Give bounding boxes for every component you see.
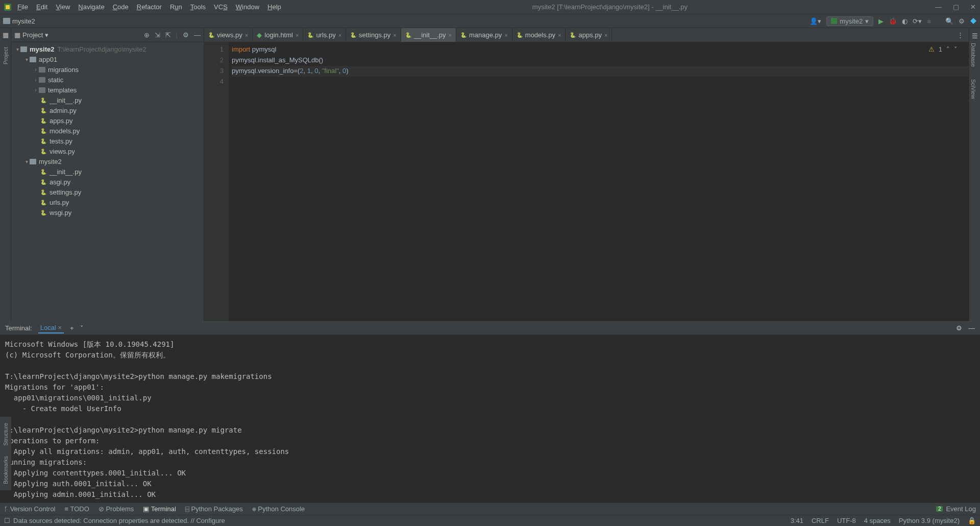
user-icon[interactable]: 👤▾ — [810, 17, 821, 25]
menu-file[interactable]: File — [14, 2, 32, 12]
tree-folder-mysite2[interactable]: ▾mysite2 — [11, 156, 204, 166]
menu-window[interactable]: Window — [232, 2, 263, 12]
tree-file[interactable]: 🐍apps.py — [11, 115, 204, 126]
tool-problems[interactable]: ⊘ Problems — [99, 505, 134, 513]
tree-folder-templates[interactable]: ›templates — [11, 85, 204, 95]
stop-button[interactable]: ■ — [927, 17, 931, 25]
tool-todo[interactable]: ≡ TODO — [65, 505, 89, 513]
menu-refactor[interactable]: Refactor — [133, 2, 165, 12]
run-config-selector[interactable]: mysite2 ▾ — [826, 16, 873, 26]
tree-file[interactable]: 🐍views.py — [11, 146, 204, 156]
tab-views[interactable]: 🐍views.py× — [204, 28, 253, 42]
event-log-button[interactable]: Event Log — [946, 505, 976, 513]
coverage-button[interactable]: ◐ — [902, 17, 908, 25]
menu-vcs[interactable]: VCS — [210, 2, 231, 12]
tree-folder-migrations[interactable]: ›migrations — [11, 64, 204, 75]
maximize-icon[interactable]: ▢ — [953, 3, 959, 11]
lock-icon[interactable]: 🔒 — [968, 517, 976, 524]
close-tab-icon[interactable]: × — [504, 32, 507, 38]
tree-file[interactable]: 🐍__init__.py — [11, 166, 204, 177]
run-button[interactable]: ▶ — [878, 17, 884, 25]
tool-vcs[interactable]: ᚶ Version Control — [4, 505, 56, 513]
debug-button[interactable]: 🐞 — [889, 17, 897, 25]
menu-edit[interactable]: Edit — [33, 2, 51, 12]
tool-terminal[interactable]: ▣ Terminal — [143, 505, 176, 513]
structure-tab[interactable]: Structure — [2, 420, 10, 449]
select-opened-file-icon[interactable]: ⊕ — [144, 31, 150, 39]
close-tab-icon[interactable]: × — [296, 32, 299, 38]
settings-icon[interactable]: ⚙ — [959, 17, 965, 25]
menu-view[interactable]: View — [52, 2, 74, 12]
menu-code[interactable]: Code — [109, 2, 132, 12]
close-tab-icon[interactable]: × — [393, 32, 396, 38]
tree-file[interactable]: 🐍admin.py — [11, 105, 204, 115]
codewithme-icon[interactable] — [970, 17, 977, 25]
tab-overflow-icon[interactable]: ⋮ — [952, 28, 969, 42]
gear-icon[interactable]: ⚙ — [183, 31, 189, 39]
line-separator[interactable]: CRLF — [812, 517, 829, 524]
prev-highlight-icon[interactable]: ˄ — [946, 45, 950, 53]
tree-file[interactable]: 🐍settings.py — [11, 187, 204, 197]
tree-file[interactable]: 🐍tests.py — [11, 136, 204, 146]
tree-file[interactable]: 🐍wsgi.py — [11, 207, 204, 218]
tree-file[interactable]: 🐍asgi.py — [11, 177, 204, 187]
interpreter-info[interactable]: Python 3.9 (mysite2) — [899, 517, 960, 524]
tab-login[interactable]: ◆login.html× — [253, 28, 303, 42]
indent-info[interactable]: 4 spaces — [864, 517, 891, 524]
inspection-widget[interactable]: ⚠ 1 ˄ ˅ — [928, 45, 958, 53]
menu-tools[interactable]: Tools — [187, 2, 209, 12]
tree-file[interactable]: 🐍__init__.py — [11, 95, 204, 105]
tool-python-console[interactable]: ⎈ Python Console — [252, 505, 305, 513]
hide-terminal-icon[interactable]: — — [968, 324, 975, 332]
chevron-down-icon: ▾ — [865, 17, 869, 25]
status-message[interactable]: Data sources detected: Connection proper… — [13, 517, 225, 524]
close-tab-icon[interactable]: × — [449, 32, 452, 38]
menu-help[interactable]: Help — [264, 2, 285, 12]
tab-init[interactable]: 🐍__init__.py× — [401, 28, 456, 42]
project-tab[interactable]: Project — [2, 44, 10, 67]
line-gutter: 1234 — [204, 42, 229, 321]
tab-apps[interactable]: 🐍apps.py× — [566, 28, 612, 42]
tab-urls[interactable]: 🐍urls.py× — [303, 28, 346, 42]
tree-file[interactable]: 🐍models.py — [11, 126, 204, 136]
tab-models[interactable]: 🐍models.py× — [512, 28, 566, 42]
menu-navigate[interactable]: Navigate — [75, 2, 108, 12]
close-tab-icon[interactable]: × — [558, 32, 561, 38]
tree-file[interactable]: 🐍urls.py — [11, 197, 204, 207]
bookmarks-tab[interactable]: Bookmarks — [2, 453, 10, 487]
close-icon[interactable]: ✕ — [970, 3, 976, 11]
terminal-dropdown-icon[interactable]: ˅ — [80, 324, 84, 332]
terminal-tab-local[interactable]: Local × — [38, 323, 64, 333]
tab-manage[interactable]: 🐍manage.py× — [456, 28, 512, 42]
minimize-icon[interactable]: — — [935, 3, 942, 11]
expand-all-icon[interactable]: ⇲ — [155, 31, 160, 39]
next-highlight-icon[interactable]: ˅ — [954, 45, 958, 53]
project-tab-icon[interactable]: ▦ — [3, 31, 9, 39]
sciview-tab[interactable]: SciView — [969, 76, 977, 102]
breadcrumb[interactable]: mysite2 — [3, 17, 35, 25]
tree-folder-app01[interactable]: ▾app01 — [11, 54, 204, 64]
close-tab-icon[interactable]: × — [245, 32, 248, 38]
profile-button[interactable]: ⟳▾ — [913, 17, 922, 25]
caret-position[interactable]: 3:41 — [791, 517, 803, 524]
hide-icon[interactable]: — — [194, 31, 201, 39]
status-hint-icon: ☐ — [4, 517, 10, 524]
close-tab-icon[interactable]: × — [604, 32, 607, 38]
close-tab-icon[interactable]: × — [338, 32, 341, 38]
file-encoding[interactable]: UTF-8 — [837, 517, 856, 524]
project-tree[interactable]: ▾ mysite2 T:\learnProject\django\mysite2… — [11, 42, 204, 321]
new-terminal-icon[interactable]: + — [70, 324, 74, 332]
terminal-output[interactable]: Microsoft Windows [版本 10.0.19045.4291] (… — [0, 335, 980, 503]
database-tab-icon[interactable]: ☰ — [969, 32, 980, 40]
collapse-all-icon[interactable]: ⇱ — [165, 31, 171, 39]
menu-run[interactable]: Run — [166, 2, 186, 12]
tab-settings[interactable]: 🐍settings.py× — [346, 28, 401, 42]
terminal-settings-icon[interactable]: ⚙ — [956, 324, 962, 332]
search-icon[interactable]: 🔍 — [945, 17, 953, 25]
tree-folder-static[interactable]: ›static — [11, 75, 204, 85]
tool-python-packages[interactable]: ⌸ Python Packages — [185, 505, 243, 513]
tree-root[interactable]: ▾ mysite2 T:\learnProject\django\mysite2 — [11, 44, 204, 54]
code-editor[interactable]: 1234 import pymysql pymysql.install_as_M… — [204, 42, 969, 321]
chevron-down-icon[interactable]: ▾ — [45, 31, 48, 39]
database-tab[interactable]: Database — [969, 40, 977, 70]
